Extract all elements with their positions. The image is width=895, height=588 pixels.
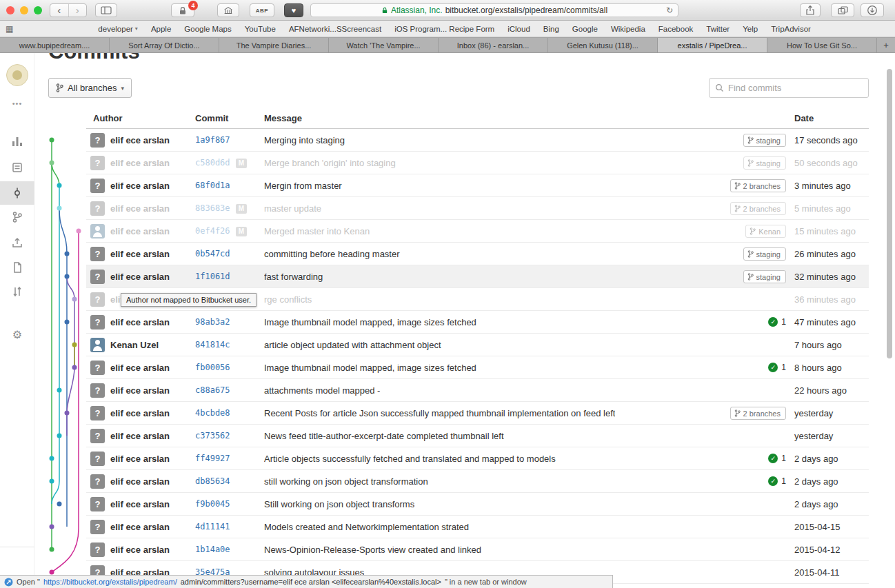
bookmark-item[interactable]: developer ▾ bbox=[98, 25, 138, 33]
minimize-window-button[interactable] bbox=[20, 6, 28, 14]
branch-badge[interactable]: 2 branches bbox=[730, 202, 786, 215]
branch-badge[interactable]: staging bbox=[743, 247, 786, 261]
commit-hash-link[interactable]: ff49927 bbox=[195, 454, 230, 463]
commit-hash-link[interactable]: c373562 bbox=[195, 431, 230, 440]
commit-hash-link[interactable]: 0b547cd bbox=[195, 249, 230, 258]
commit-row[interactable]: ? elif ece arslan 883683e M master updat… bbox=[86, 197, 869, 220]
bookmark-item[interactable]: Wikipedia ▾ bbox=[611, 25, 645, 33]
bookmark-item[interactable]: TripAdvisor ▾ bbox=[771, 25, 811, 33]
branch-badge[interactable]: staging bbox=[743, 270, 786, 283]
author-name[interactable]: elif ece arslan bbox=[110, 454, 170, 464]
author-name[interactable]: elif ece arslan bbox=[110, 545, 170, 555]
vertical-scrollbar[interactable] bbox=[887, 69, 892, 358]
commit-row[interactable]: ? elif ece arslan fb00056 M Image thumbn… bbox=[86, 356, 869, 379]
browser-tab[interactable]: Sort Array Of Dictio... bbox=[110, 38, 219, 52]
commit-hash-link[interactable]: 1f1061d bbox=[195, 272, 230, 281]
heart-extension-button[interactable]: ♥ bbox=[284, 3, 303, 17]
build-status[interactable]: ✓ 1 bbox=[768, 476, 786, 486]
browser-tab[interactable]: Watch 'The Vampire... bbox=[329, 38, 439, 52]
bookmark-item[interactable]: Google ▾ bbox=[572, 25, 598, 33]
commit-hash-link[interactable]: 4bcbde8 bbox=[195, 408, 230, 418]
bookmark-item[interactable]: Facebook ▾ bbox=[658, 25, 694, 33]
commit-row[interactable]: ? elif ece arslan 0ef4f26 M Merged maste… bbox=[86, 220, 869, 243]
bookmark-item[interactable]: iCloud ▾ bbox=[507, 25, 530, 33]
back-button[interactable]: ‹ bbox=[50, 4, 68, 17]
build-status[interactable]: ✓ 1 bbox=[768, 454, 786, 463]
close-window-button[interactable] bbox=[6, 6, 14, 14]
author-name[interactable]: elif ece arslan bbox=[110, 272, 170, 282]
sidebar-toggle-button[interactable] bbox=[95, 3, 117, 17]
branch-filter-dropdown[interactable]: All branches ▾ bbox=[48, 78, 132, 98]
branch-badge[interactable]: staging bbox=[743, 156, 786, 170]
sidebar-item-repo-avatar[interactable] bbox=[0, 61, 34, 89]
author-name[interactable]: elif ece arslan bbox=[110, 226, 170, 236]
adblock-extension-button[interactable]: ABP bbox=[250, 3, 274, 17]
bookmark-item[interactable]: Apple ▾ bbox=[151, 25, 171, 33]
library-extension-button[interactable] bbox=[217, 3, 239, 17]
branch-badge[interactable]: Kenan bbox=[745, 225, 786, 238]
author-name[interactable]: elif ece arslan bbox=[110, 181, 170, 191]
commit-hash-link[interactable]: fb00056 bbox=[195, 363, 230, 372]
author-name[interactable]: elif ece arslan bbox=[110, 408, 170, 418]
author-name[interactable]: elif ece arslan bbox=[110, 522, 170, 532]
commit-row[interactable]: ? elif ece arslan 1a9f867 M Merging into… bbox=[86, 129, 869, 152]
commit-hash-link[interactable]: 1a9f867 bbox=[195, 135, 230, 145]
author-name[interactable]: elif ece arslan bbox=[110, 203, 170, 214]
browser-tab[interactable]: How To Use Git So... bbox=[767, 38, 877, 52]
build-status[interactable]: ✓ 1 bbox=[768, 363, 786, 372]
author-name[interactable]: elif ece arslan bbox=[110, 135, 170, 145]
bookmark-item[interactable]: Yelp ▾ bbox=[743, 25, 758, 33]
bookmark-item[interactable]: Google Maps ▾ bbox=[184, 25, 231, 33]
commit-row[interactable]: ? elif ece arslan 98ab3a2 M Image thumbn… bbox=[86, 311, 869, 334]
new-tab-button[interactable]: + bbox=[877, 38, 895, 52]
zoom-window-button[interactable] bbox=[34, 6, 42, 14]
author-name[interactable]: Kenan Uzel bbox=[110, 340, 159, 350]
find-commits-search[interactable] bbox=[709, 78, 869, 98]
commit-row[interactable]: ? elif ece arslan ff49927 M Article obje… bbox=[86, 447, 869, 470]
sidebar-item-activity[interactable] bbox=[0, 130, 34, 153]
browser-tab[interactable]: Gelen Kutusu (118)... bbox=[548, 38, 658, 52]
bookmark-item[interactable]: Twitter ▾ bbox=[706, 25, 730, 33]
password-extension-button[interactable]: 4 bbox=[171, 3, 194, 17]
browser-tab[interactable]: The Vampire Diaries... bbox=[219, 38, 329, 52]
commit-row[interactable]: ? elif ece arslan c580d6d M Merge branch… bbox=[86, 152, 869, 174]
commit-hash-link[interactable]: c88a675 bbox=[195, 385, 230, 395]
commit-hash-link[interactable]: db85634 bbox=[195, 476, 230, 486]
browser-tab[interactable]: Inbox (86) - earslan... bbox=[439, 38, 548, 52]
commit-row[interactable]: ? elif ece arslan c373562 M News feed ti… bbox=[86, 425, 869, 447]
commit-row[interactable]: ? elif ece arslan 4d11141 M Models creat… bbox=[86, 516, 869, 538]
commit-hash-link[interactable]: 883683e bbox=[195, 203, 230, 213]
sidebar-item-commits[interactable] bbox=[0, 181, 34, 205]
commit-hash-link[interactable]: c580d6d bbox=[195, 158, 230, 168]
downloads-button[interactable] bbox=[861, 3, 884, 17]
sidebar-item-share[interactable] bbox=[0, 231, 34, 254]
build-status[interactable]: ✓ 1 bbox=[768, 317, 786, 327]
branch-badge[interactable]: 2 branches bbox=[730, 179, 786, 192]
commit-hash-link[interactable]: 0ef4f26 bbox=[195, 226, 230, 236]
commit-row[interactable]: ? elif ece arslan 1f1061d M fast forward… bbox=[86, 265, 869, 288]
branch-badge[interactable]: staging bbox=[743, 134, 786, 147]
bookmarks-grid-icon[interactable]: ▦ bbox=[6, 24, 13, 34]
commit-row[interactable]: ? elif ece arslan 0b547cd M committing b… bbox=[86, 243, 869, 265]
bookmark-item[interactable]: iOS Program... Recipe Form ▾ bbox=[394, 25, 494, 33]
browser-tab[interactable]: www.bupipedream.... bbox=[0, 38, 110, 52]
tab-overview-button[interactable] bbox=[831, 3, 854, 17]
commit-row[interactable]: ? elif ece arslan 68f0d1a M Mergin from … bbox=[86, 174, 869, 197]
commit-hash-link[interactable]: 98ab3a2 bbox=[195, 317, 230, 327]
sidebar-item-pull-requests[interactable] bbox=[0, 280, 34, 303]
commit-hash-link[interactable]: 4d11141 bbox=[195, 522, 230, 531]
bookmark-item[interactable]: AFNetworki...SScreencast ▾ bbox=[289, 25, 381, 33]
sidebar-item-branches[interactable] bbox=[0, 205, 34, 229]
sidebar-item-settings[interactable]: ⚙ bbox=[0, 323, 34, 346]
author-name[interactable]: elif ece arslan bbox=[110, 363, 170, 373]
author-name[interactable]: elif ece arslan bbox=[110, 158, 170, 168]
commit-hash-link[interactable]: 1b14a0e bbox=[195, 545, 230, 554]
author-name[interactable]: elif ece arslan bbox=[110, 476, 170, 487]
commit-row[interactable]: ? elif ece arslan db85634 M still workin… bbox=[86, 470, 869, 493]
address-bar[interactable]: Atlassian, Inc. bitbucket.org/exstalis/p… bbox=[310, 3, 678, 17]
branch-badge[interactable]: 2 branches bbox=[730, 407, 786, 420]
author-name[interactable]: elif ece arslan bbox=[110, 317, 170, 327]
commit-hash-link[interactable]: 68f0d1a bbox=[195, 181, 230, 190]
author-name[interactable]: elif ece arslan bbox=[110, 499, 170, 509]
commit-hash-link[interactable]: 841814c bbox=[195, 340, 230, 349]
